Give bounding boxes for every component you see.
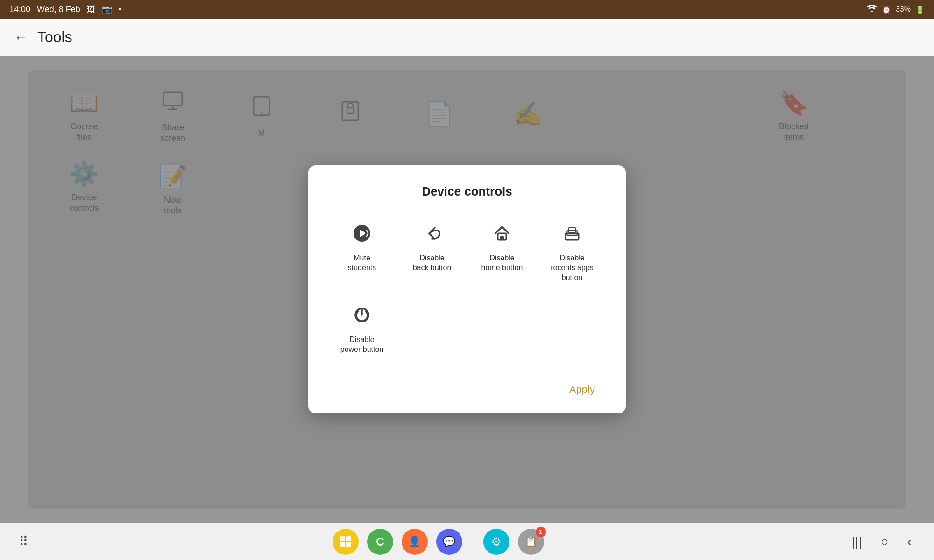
svg-rect-10 — [500, 236, 504, 240]
recents-nav-button[interactable]: ||| — [848, 531, 866, 553]
placeholder1 — [402, 298, 462, 361]
bottom-center: C 👤 💬 ⚙ 📋 1 — [333, 529, 544, 555]
apply-button[interactable]: Apply — [562, 380, 602, 399]
divider — [473, 532, 473, 551]
dialog-row2: Disablepower button — [332, 298, 602, 361]
device-controls-dialog: Device controls Mutestudents — [308, 165, 626, 413]
status-right: ⏰ 33% 🔋 — [867, 5, 925, 14]
disable-power-label: Disablepower button — [340, 335, 384, 355]
home-icon — [492, 223, 512, 248]
status-extra-icon: 📷 — [102, 4, 112, 14]
volume-icon — [352, 223, 372, 248]
status-time: 14:00 — [9, 5, 30, 14]
grid-button[interactable]: ⠿ — [19, 534, 28, 549]
disable-home-button[interactable]: Disablehome button — [472, 217, 532, 289]
disable-home-label: Disablehome button — [481, 253, 523, 273]
disable-recents-label: Disablerecents apps button — [545, 253, 599, 282]
dialog-overlay: Device controls Mutestudents — [0, 56, 934, 523]
discord-icon: 💬 — [443, 536, 455, 548]
mute-students-label: Mutestudents — [348, 253, 376, 273]
back-button[interactable]: ← — [14, 29, 28, 45]
clipboard-icon: 📋 — [524, 536, 537, 548]
status-date: Wed, 8 Feb — [37, 5, 80, 14]
dialog-title: Device controls — [332, 184, 602, 200]
disable-power-button[interactable]: Disablepower button — [332, 298, 392, 361]
disable-back-button[interactable]: Disableback button — [402, 217, 462, 289]
mute-students-button[interactable]: Mutestudents — [332, 217, 392, 289]
back-arrow-icon — [422, 223, 442, 248]
alarm-icon: ⏰ — [882, 5, 891, 14]
app-clipboard[interactable]: 📋 1 — [518, 529, 544, 555]
svg-rect-16 — [340, 536, 345, 541]
dialog-controls-grid: Mutestudents Disableback button — [332, 217, 602, 289]
battery-icon: 🔋 — [915, 5, 925, 14]
page-title: Tools — [37, 28, 72, 46]
top-bar: ← Tools — [0, 19, 934, 56]
status-dot: • — [119, 5, 121, 14]
app-orange[interactable]: 👤 — [402, 529, 428, 555]
app-yellow[interactable] — [333, 529, 359, 555]
layers-icon — [562, 223, 582, 248]
orange-app-label: 👤 — [408, 536, 421, 548]
wifi-icon — [867, 5, 877, 14]
back-nav-button[interactable]: ‹ — [904, 531, 915, 553]
app-settings[interactable]: ⚙ — [483, 529, 509, 555]
settings-icon: ⚙ — [491, 535, 502, 548]
bottom-bar: ⠿ C 👤 💬 ⚙ 📋 1 ||| ○ — [0, 523, 934, 560]
svg-rect-19 — [346, 542, 351, 547]
bottom-left: ⠿ — [19, 534, 28, 549]
placeholder2 — [472, 298, 532, 361]
dialog-footer: Apply — [332, 375, 602, 399]
power-icon — [352, 305, 372, 329]
battery-text: 33% — [896, 5, 911, 14]
app-discord[interactable]: 💬 — [436, 529, 462, 555]
svg-rect-17 — [346, 536, 351, 541]
svg-rect-18 — [340, 542, 345, 547]
disable-back-label: Disableback button — [413, 253, 452, 273]
app-green[interactable]: C — [367, 529, 393, 555]
status-bar: 14:00 Wed, 8 Feb 🖼 📷 • ⏰ 33% 🔋 — [0, 0, 934, 19]
disable-recents-button[interactable]: Disablerecents apps button — [542, 217, 602, 289]
status-left: 14:00 Wed, 8 Feb 🖼 📷 • — [9, 4, 121, 14]
bottom-right: ||| ○ ‹ — [848, 531, 915, 553]
home-nav-button[interactable]: ○ — [877, 531, 892, 553]
clipboard-badge: 1 — [536, 527, 546, 537]
placeholder3 — [542, 298, 602, 361]
green-app-label: C — [376, 535, 384, 548]
status-img-icon: 🖼 — [87, 5, 95, 14]
main-content: 📖 Coursefiles Sharescreen M — [0, 56, 934, 523]
